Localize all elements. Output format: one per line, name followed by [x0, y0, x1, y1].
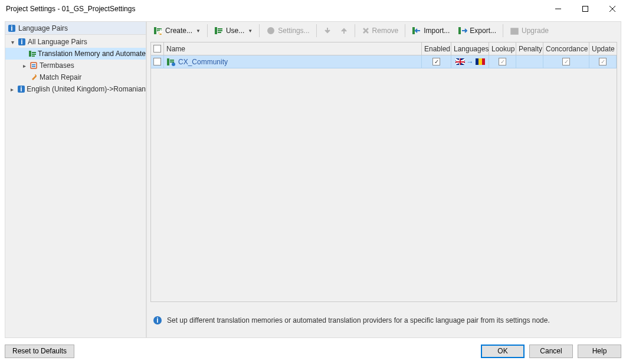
- col-name[interactable]: Name: [164, 42, 422, 55]
- svg-text:i: i: [11, 24, 12, 32]
- create-button[interactable]: ★ Create...▼: [149, 23, 205, 38]
- svg-rect-22: [215, 27, 217, 34]
- export-icon: [458, 26, 467, 35]
- tree-node-english-romanian[interactable]: ▸ i English (United Kingdom)->Romanian: [5, 83, 146, 95]
- cancel-button[interactable]: Cancel: [529, 345, 573, 358]
- button-label: Remove: [372, 27, 399, 35]
- tree-node-all-language-pairs[interactable]: ▾ i All Language Pairs: [5, 36, 146, 48]
- button-label: Export...: [470, 27, 496, 35]
- svg-text:i: i: [156, 316, 158, 324]
- arrow-down-icon: [323, 27, 332, 35]
- row-name-cell[interactable]: CX_Community: [164, 55, 422, 68]
- tree-node-translation-memory[interactable]: Translation Memory and Automate: [5, 48, 146, 60]
- maximize-button[interactable]: [572, 0, 599, 18]
- svg-rect-17: [154, 27, 156, 34]
- tm-grid: Name Enabled Languages Lookup Penalty Co…: [150, 42, 617, 302]
- col-select-all[interactable]: [151, 42, 164, 55]
- checkbox[interactable]: [153, 58, 161, 65]
- x-icon: [362, 27, 370, 35]
- remove-button[interactable]: Remove: [358, 23, 403, 38]
- arrow-up-icon: [340, 27, 348, 35]
- tree-label: All Language Pairs: [28, 38, 87, 46]
- tree-node-match-repair[interactable]: Match Repair: [5, 71, 146, 83]
- separator: [207, 24, 208, 37]
- row-lookup-cell[interactable]: [489, 55, 516, 68]
- button-label: Help: [592, 347, 607, 355]
- button-label: Upgrade: [522, 27, 549, 35]
- row-enabled-cell[interactable]: [422, 55, 451, 68]
- wrench-icon: [29, 73, 38, 82]
- use-button[interactable]: Use...▼: [210, 23, 257, 38]
- ok-button[interactable]: OK: [481, 345, 525, 358]
- window-title: Project Settings - 01_GS_ProjectSettings: [6, 5, 545, 13]
- button-label: OK: [497, 347, 507, 355]
- col-enabled[interactable]: Enabled: [422, 42, 451, 55]
- import-button[interactable]: Import...: [408, 23, 454, 38]
- info-bar: i Set up different translation memories …: [150, 307, 617, 334]
- footer: Reset to Defaults OK Cancel Help: [5, 343, 621, 359]
- row-languages-cell: →: [451, 55, 489, 68]
- lang-icon: i: [17, 37, 27, 47]
- svg-rect-11: [32, 55, 35, 57]
- tree-node-termbases[interactable]: ▸ Termbases: [5, 60, 146, 71]
- svg-rect-10: [32, 54, 36, 55]
- termbase-icon: [29, 61, 38, 70]
- row-select-cell[interactable]: [151, 55, 164, 68]
- export-button[interactable]: Export...: [454, 23, 500, 38]
- checkbox[interactable]: [432, 58, 440, 65]
- close-button[interactable]: [599, 0, 626, 18]
- col-update[interactable]: Update: [589, 42, 617, 55]
- flag-ro-icon: [476, 58, 485, 65]
- svg-rect-28: [412, 27, 415, 34]
- svg-text:i: i: [20, 85, 22, 93]
- separator: [503, 24, 503, 37]
- tree: ▾ i All Language Pairs Translation Memor…: [5, 35, 146, 96]
- grid-header-row: Name Enabled Languages Lookup Penalty Co…: [151, 42, 617, 55]
- checkbox[interactable]: [599, 58, 607, 65]
- import-icon: [412, 26, 421, 35]
- upgrade-button[interactable]: Upgrade: [506, 23, 553, 38]
- button-label: Cancel: [540, 347, 562, 355]
- move-down-button[interactable]: [319, 23, 336, 38]
- separator: [316, 24, 317, 37]
- tree-label: English (United Kingdom)->Romanian: [27, 85, 146, 93]
- row-update-cell[interactable]: [589, 55, 617, 68]
- tm-local-icon: [166, 57, 176, 67]
- minimize-button[interactable]: [545, 0, 572, 18]
- svg-rect-12: [31, 63, 37, 68]
- col-concordance[interactable]: Concordance: [543, 42, 589, 55]
- svg-text:★: ★: [158, 28, 163, 35]
- sidebar: i Language Pairs ▾ i All Language Pairs …: [5, 21, 146, 338]
- separator: [405, 24, 405, 37]
- col-lookup[interactable]: Lookup: [489, 42, 516, 55]
- row-penalty-cell[interactable]: [516, 55, 543, 68]
- tree-label: Termbases: [40, 61, 74, 70]
- settings-button[interactable]: Settings...: [262, 23, 313, 38]
- twisty-icon[interactable]: ▸: [21, 63, 28, 69]
- checkbox[interactable]: [562, 58, 570, 65]
- checkbox[interactable]: [153, 45, 161, 53]
- flag-uk-icon: [455, 58, 465, 65]
- main-panel: ★ Create...▼ Use...▼ Settings...: [146, 21, 621, 338]
- lang-icon: i: [8, 24, 16, 32]
- info-icon: i: [153, 316, 162, 325]
- twisty-icon[interactable]: ▾: [9, 39, 16, 45]
- svg-rect-1: [583, 6, 588, 12]
- toolbar: ★ Create...▼ Use...▼ Settings...: [147, 22, 621, 40]
- twisty-icon[interactable]: ▸: [9, 86, 15, 93]
- help-button[interactable]: Help: [578, 345, 621, 358]
- tm-icon: ★: [153, 26, 163, 35]
- checkbox[interactable]: [499, 58, 506, 65]
- svg-rect-24: [218, 30, 222, 31]
- grid-row[interactable]: CX_Community →: [151, 55, 617, 68]
- col-penalty[interactable]: Penalty: [516, 42, 543, 55]
- reset-defaults-button[interactable]: Reset to Defaults: [5, 345, 74, 358]
- button-label: Settings...: [278, 27, 309, 35]
- button-label: Import...: [424, 27, 450, 35]
- row-concordance-cell[interactable]: [543, 55, 589, 68]
- move-up-button[interactable]: [336, 23, 352, 38]
- chevron-down-icon: ▼: [195, 28, 201, 34]
- col-languages[interactable]: Languages: [451, 42, 489, 55]
- svg-rect-9: [32, 52, 36, 53]
- window-buttons: [545, 0, 626, 18]
